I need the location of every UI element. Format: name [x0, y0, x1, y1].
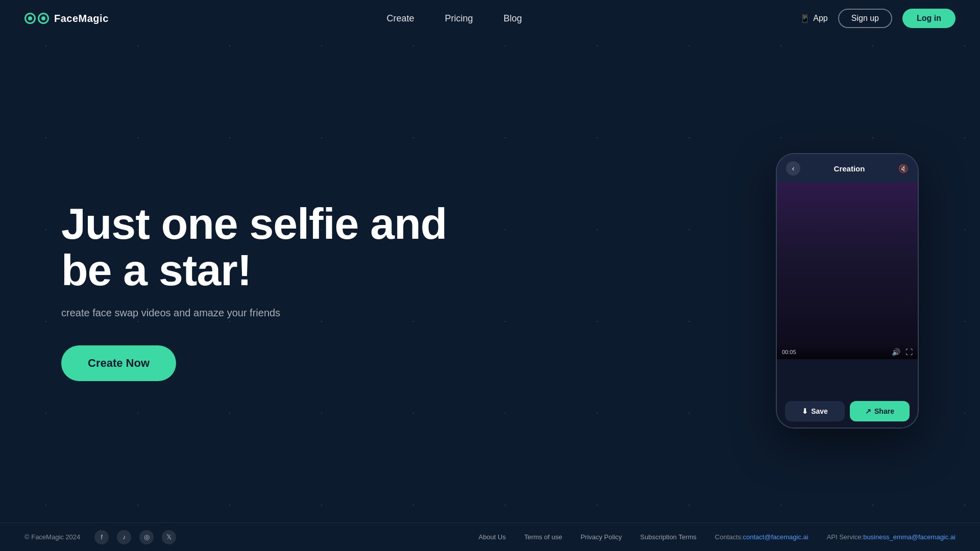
movie-scene — [777, 183, 918, 359]
api-prefix: API Service: — [827, 533, 864, 541]
signup-button[interactable]: Sign up — [838, 9, 892, 28]
footer-links: About Us Terms of use Privacy Policy Sub… — [176, 533, 955, 541]
hero-section: Just one selfie and be a star! create fa… — [0, 0, 980, 551]
footer-copyright: © FaceMagic 2024 — [24, 533, 80, 541]
about-link[interactable]: About Us — [478, 533, 505, 541]
logo-dot-left — [28, 16, 32, 20]
volume-icon[interactable]: 🔊 — [892, 348, 900, 356]
logo-circle-right — [38, 13, 49, 24]
hero-title-line2: be a star! — [61, 245, 251, 294]
subscription-link[interactable]: Subscription Terms — [640, 533, 696, 541]
scene-background — [777, 183, 918, 359]
fullscreen-icon[interactable]: ⛶ — [905, 348, 913, 356]
terms-link[interactable]: Terms of use — [524, 533, 562, 541]
logo-circle-left — [24, 13, 36, 24]
video-control-icons: 🔊 ⛶ — [892, 348, 913, 356]
phone-top-bar: ‹ Creation 🔇 — [777, 154, 918, 183]
phone-bottom-dark — [777, 359, 918, 395]
hero-title-line1: Just one selfie and — [61, 199, 447, 248]
tiktok-icon[interactable]: ♪ — [117, 530, 131, 544]
main-nav: Create Pricing Blog — [109, 13, 800, 24]
privacy-link[interactable]: Privacy Policy — [580, 533, 622, 541]
footer-api: API Service:business_emma@facemagic.ai — [827, 533, 955, 541]
phone-mockup: ‹ Creation 🔇 — [776, 153, 919, 429]
api-email[interactable]: business_emma@facemagic.ai — [863, 533, 955, 541]
nav-pricing[interactable]: Pricing — [445, 13, 473, 24]
create-now-button[interactable]: Create Now — [61, 345, 176, 381]
header: FaceMagic Create Pricing Blog 📱 App Sign… — [0, 0, 980, 37]
twitter-icon[interactable]: 𝕏 — [162, 530, 176, 544]
footer: © FaceMagic 2024 f ♪ ◎ 𝕏 About Us Terms … — [0, 522, 980, 551]
footer-socials: f ♪ ◎ 𝕏 — [94, 530, 176, 544]
phone-mockup-area: ‹ Creation 🔇 — [776, 122, 919, 429]
share-icon: ↗ — [865, 407, 871, 415]
hero-subtitle: create face swap videos and amaze your f… — [61, 307, 776, 319]
hero-content: Just one selfie and be a star! create fa… — [61, 170, 776, 381]
share-label: Share — [874, 407, 894, 415]
phone-screen-title: Creation — [834, 164, 865, 173]
login-button[interactable]: Log in — [902, 9, 955, 28]
video-controls: 00:05 🔊 ⛶ — [777, 345, 918, 359]
logo-dot-right — [41, 16, 45, 20]
logo-icon — [24, 13, 49, 24]
footer-contact: Contacts:contact@facemagic.ai — [715, 533, 808, 541]
phone-back-button[interactable]: ‹ — [786, 161, 800, 176]
header-actions: 📱 App Sign up Log in — [800, 9, 955, 28]
logo-text: FaceMagic — [54, 13, 109, 24]
save-label: Save — [811, 407, 828, 415]
video-timestamp: 00:05 — [782, 349, 796, 355]
nav-blog[interactable]: Blog — [504, 13, 522, 24]
facebook-icon[interactable]: f — [94, 530, 109, 544]
contact-email[interactable]: contact@facemagic.ai — [743, 533, 808, 541]
mobile-icon: 📱 — [800, 14, 810, 23]
instagram-icon[interactable]: ◎ — [139, 530, 154, 544]
app-link[interactable]: 📱 App — [800, 14, 827, 23]
nav-create[interactable]: Create — [386, 13, 414, 24]
app-label: App — [813, 14, 827, 23]
phone-actions: ⬇ Save ↗ Share — [777, 395, 918, 428]
hero-title: Just one selfie and be a star! — [61, 201, 776, 293]
contact-prefix: Contacts: — [715, 533, 743, 541]
logo[interactable]: FaceMagic — [24, 13, 109, 24]
phone-share-button[interactable]: ↗ Share — [850, 401, 910, 421]
phone-video-area: 00:05 🔊 ⛶ — [777, 183, 918, 359]
download-icon: ⬇ — [802, 407, 808, 415]
phone-mute-button[interactable]: 🔇 — [898, 164, 909, 173]
phone-save-button[interactable]: ⬇ Save — [785, 401, 845, 421]
